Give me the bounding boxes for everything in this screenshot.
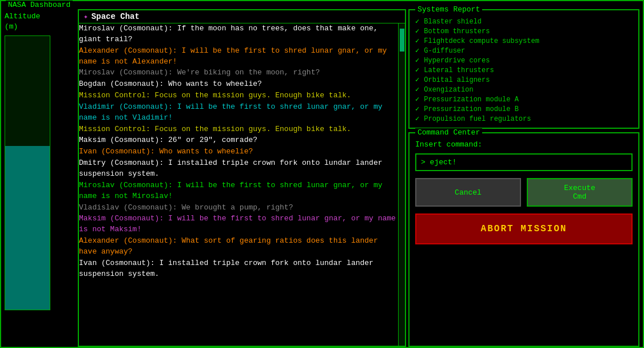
check-icon: ✓ <box>415 37 419 45</box>
systems-list: ✓Blaster shield✓Bottom thrusters✓Flightd… <box>415 17 633 123</box>
check-icon: ✓ <box>415 85 419 94</box>
app-title: NASA Dashboard <box>6 1 73 9</box>
command-frame: Command Center Insert command: Cancel Ex… <box>408 132 639 347</box>
insert-label: Insert command: <box>415 140 633 149</box>
system-label: Blaster shield <box>424 18 482 26</box>
list-item: ✓Propulsion fuel regulators <box>415 114 633 123</box>
list-item: Vladislav (Cosmonaut): We brought a pump… <box>79 203 398 213</box>
main-layout: Altitude (m) ✦ Space Chat Miroslav (Cosm… <box>1 1 643 347</box>
systems-title: Systems Report <box>415 5 482 14</box>
list-item: Bogdan (Cosmonaut): Who wants to wheelie… <box>79 79 398 90</box>
command-buttons: Cancel ExecuteCmd <box>415 178 633 207</box>
list-item: Miroslav (Cosmonaut): If the moon has no… <box>79 23 398 45</box>
check-icon: ✓ <box>415 76 419 84</box>
list-item: Miroslav (Cosmonaut): We're biking on th… <box>79 68 398 78</box>
list-item: ✓Flightdeck compute subsystem <box>415 37 633 45</box>
systems-frame: Systems Report ✓Blaster shield✓Bottom th… <box>408 9 639 129</box>
system-label: Oxengization <box>424 86 473 94</box>
list-item: Maksim (Cosmonaut): I will be the first … <box>79 213 398 235</box>
list-item: ✓Blaster shield <box>415 17 633 26</box>
system-label: G-diffuser <box>424 47 465 55</box>
check-icon: ✓ <box>415 66 419 74</box>
list-item: ✓Pressurization module A <box>415 95 633 104</box>
check-icon: ✓ <box>415 95 419 104</box>
altitude-fill <box>5 146 50 310</box>
check-icon: ✓ <box>415 46 419 55</box>
altitude-panel: Altitude (m) <box>1 9 75 347</box>
chat-messages[interactable]: Miroslav (Cosmonaut): If the moon has no… <box>79 23 398 346</box>
system-label: Pressurization module A <box>424 96 519 104</box>
altitude-label: Altitude <box>5 11 40 22</box>
list-item: ✓Hyperdrive cores <box>415 56 633 65</box>
command-input[interactable] <box>421 158 627 167</box>
check-icon: ✓ <box>415 17 419 26</box>
list-item: Ivan (Cosmonaut): I installed triple cro… <box>79 258 398 280</box>
check-icon: ✓ <box>415 114 419 123</box>
system-label: Bottom thrusters <box>424 27 490 35</box>
list-item: Alexander (Cosmonaut): I will be the fir… <box>79 46 398 68</box>
altitude-unit: (m) <box>5 22 18 32</box>
check-icon: ✓ <box>415 27 419 35</box>
check-icon: ✓ <box>415 105 419 113</box>
list-item: ✓Bottom thrusters <box>415 27 633 35</box>
system-label: Orbital aligners <box>424 76 490 84</box>
scrollbar-thumb[interactable] <box>400 29 404 52</box>
list-item: Mission Control: Focus on the mission gu… <box>79 90 398 101</box>
list-item: ✓Pressurization module B <box>415 105 633 113</box>
list-item: ✓Oxengization <box>415 85 633 94</box>
list-item: Mission Control: Focus on the mission gu… <box>79 124 398 135</box>
chat-panel: ✦ Space Chat Miroslav (Cosmonaut): If th… <box>78 9 406 347</box>
list-item: Ivan (Cosmonaut): Who wants to wheelie? <box>79 147 398 157</box>
system-label: Flightdeck compute subsystem <box>424 37 539 45</box>
outer-frame: NASA Dashboard Altitude (m) ✦ Space Chat… <box>0 0 644 348</box>
list-item: Miroslav (Cosmonaut): I will be the firs… <box>79 180 398 202</box>
cancel-button[interactable]: Cancel <box>415 178 521 207</box>
check-icon: ✓ <box>415 56 419 65</box>
list-item: Dmitry (Cosmonaut): I installed triple c… <box>79 158 398 180</box>
system-label: Pressurization module B <box>424 105 519 113</box>
list-item: Alexander (Cosmonaut): What sort of gear… <box>79 236 398 258</box>
abort-button[interactable]: ABORT MISSION <box>415 213 633 244</box>
chat-title-bar: ✦ Space Chat <box>79 10 405 23</box>
system-label: Propulsion fuel regulators <box>424 115 531 123</box>
command-input-wrapper[interactable] <box>415 153 633 171</box>
list-item: Vladimir (Cosmonaut): I will be the firs… <box>79 102 398 124</box>
system-label: Hyperdrive cores <box>424 57 490 65</box>
list-item: ✓Orbital aligners <box>415 76 633 84</box>
chat-scrollbar[interactable] <box>398 23 405 346</box>
command-title: Command Center <box>415 128 482 137</box>
execute-button[interactable]: ExecuteCmd <box>527 178 633 207</box>
list-item: Maksim (Cosmonaut): 26" or 29", comrade? <box>79 135 398 146</box>
system-label: Lateral thrusters <box>424 66 494 74</box>
list-item: ✓G-diffuser <box>415 46 633 55</box>
chat-icon: ✦ <box>84 12 88 21</box>
chat-title: Space Chat <box>92 12 140 21</box>
altitude-bar <box>5 35 50 310</box>
list-item: ✓Lateral thrusters <box>415 66 633 74</box>
right-panel: Systems Report ✓Blaster shield✓Bottom th… <box>408 9 643 347</box>
chat-inner: Miroslav (Cosmonaut): If the moon has no… <box>79 23 405 346</box>
